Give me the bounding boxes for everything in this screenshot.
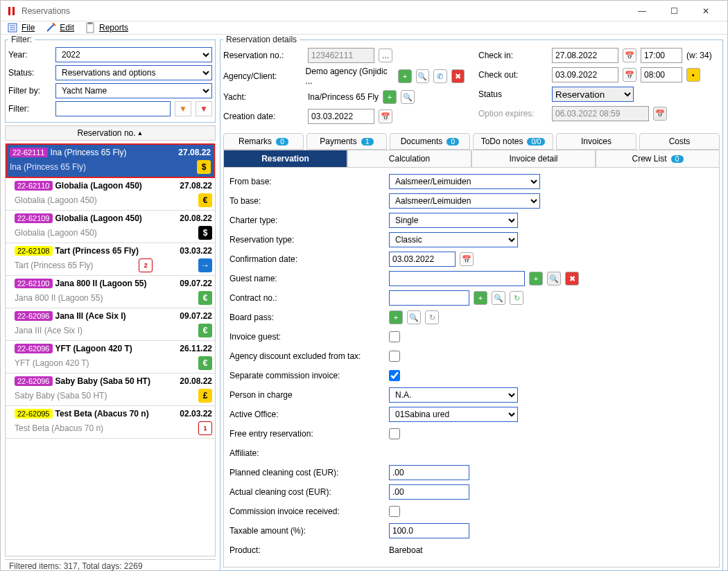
reservation-badge: 22-62111 [10,148,48,157]
tab-remarks[interactable]: Remarks0 [223,133,304,150]
list-item[interactable]: 22-62110Globalia (Lagoon 450)27.08.22Glo… [6,178,215,211]
checkout-calendar-icon[interactable]: 📅 [623,68,636,82]
guest-remove-icon[interactable]: ✖ [565,272,579,286]
checkout-note-icon[interactable]: ▪ [686,68,700,82]
tab-calculation[interactable]: Calculation [347,150,471,168]
menu-edit[interactable]: Edit [44,21,74,34]
agency-remove-icon[interactable]: ✖ [451,69,465,83]
board-label: Board pass: [229,313,385,322]
list-item[interactable]: 22-62096YFT (Lagoon 420 T)26.11.22YFT (L… [6,341,215,374]
contract-label: Contract no.: [229,293,385,303]
minimize-button[interactable]: — [626,1,658,21]
reservation-date: 02.03.22 [180,409,212,419]
list-item[interactable]: 22-62096Jana III (Ace Six I)09.07.22Jana… [6,308,215,341]
creation-label: Creation date: [223,112,304,121]
rstatus-select[interactable]: Reservation [552,87,634,102]
maximize-button[interactable]: ☐ [658,1,690,21]
yacht-add-icon[interactable]: + [383,90,397,104]
status-select[interactable]: Reservations and options [55,65,212,80]
reservation-badge: 22-62095 [15,409,53,419]
planned-label: Planned cleaning cost (EUR): [229,468,385,477]
list-item[interactable]: 22-62095Test Beta (Abacus 70 n)02.03.22T… [6,406,215,439]
euro-icon: € [198,324,212,337]
confirm-field[interactable] [389,252,456,267]
commrecv-checkbox[interactable] [389,506,400,517]
tab-invoices[interactable]: Invoices [556,133,636,150]
filter-clear-icon[interactable]: ▼ [196,101,212,116]
yacht-search-icon[interactable]: 🔍 [401,90,415,104]
filter-input[interactable] [55,101,171,116]
list-item[interactable]: 22-62109Globalia (Lagoon 450)20.08.22Glo… [6,211,215,243]
agency-search-icon[interactable]: 🔍 [416,69,429,83]
tab-crew-list[interactable]: Crew List0 [596,150,720,168]
list-item[interactable]: 22-62111Ina (Princess 65 Fly)27.08.22Ina… [6,143,215,178]
list-header[interactable]: Reservation no. ▲ [5,125,216,141]
reservation-name: Jana 800 II (Lagoon 55) [55,279,147,288]
close-window-button[interactable]: ✕ [690,1,722,21]
person-select[interactable]: N.A. [389,387,518,403]
sepcomm-label: Separate commission invoice: [229,371,385,380]
checkin-date-field[interactable] [552,48,618,63]
reservation-badge: 22-62110 [15,181,53,191]
tab-documents[interactable]: Documents0 [390,133,470,150]
charter-select[interactable]: Single [389,213,518,228]
reservation-date: 27.08.22 [178,148,211,157]
contract-refresh-icon[interactable]: ↻ [510,291,523,305]
confirm-calendar-icon[interactable]: 📅 [460,252,474,266]
product-value: Bareboat [389,545,423,555]
filter-apply-icon[interactable]: ▼ [175,101,191,116]
guest-search-icon: 🔍 [547,272,561,286]
checkout-date-field[interactable] [552,67,618,82]
contract-field[interactable] [389,290,469,306]
tab-invoice-detail[interactable]: Invoice detail [471,150,596,168]
agency-phone-icon[interactable]: ✆ [433,69,447,83]
titlebar: Reservations — ☐ ✕ [1,1,727,21]
office-select[interactable]: 01Sabina ured [389,407,518,422]
free-checkbox[interactable] [389,428,400,439]
invguest-checkbox[interactable] [389,331,400,342]
year-label: Year: [8,50,51,60]
rtype-select[interactable]: Classic [389,232,518,247]
sepcomm-checkbox[interactable] [389,370,400,381]
agdisc-checkbox[interactable] [389,351,400,362]
tab-payments[interactable]: Payments1 [306,133,387,150]
actual-field[interactable] [389,484,469,500]
edit-icon [44,21,57,34]
list-item[interactable]: 22-62100Jana 800 II (Lagoon 55)09.07.22J… [6,276,215,308]
checkout-time-field[interactable] [641,67,682,82]
frombase-select[interactable]: Aalsmeer/Leimuiden [389,174,540,189]
resno-lookup-icon[interactable]: … [379,49,392,62]
resno-label: Reservation no.: [223,51,304,60]
list-item[interactable]: 22-62108Tart (Princess 65 Fly)03.03.22Ta… [6,243,215,276]
checkin-time-field[interactable] [641,48,682,63]
year-select[interactable]: 2022 [55,47,212,62]
guest-field[interactable] [389,271,525,286]
menubar: File Edit Reports [1,21,727,35]
tab-costs[interactable]: Costs [639,133,720,150]
taxable-field[interactable] [389,523,469,538]
agency-add-icon[interactable]: + [398,69,411,83]
creation-field[interactable] [308,109,374,124]
contract-search-icon[interactable]: 🔍 [492,291,505,305]
menu-reports[interactable]: Reports [84,21,128,34]
list-item[interactable]: 22-62096Saby Baby (Saba 50 HT)20.08.22Sa… [6,374,215,406]
tobase-select[interactable]: Aalsmeer/Leimuiden [389,193,540,209]
tab-todo[interactable]: ToDo notes0/0 [473,133,553,150]
reservation-yacht: Jana 800 II (Lagoon 55) [15,293,103,303]
window-title: Reservations [21,6,626,16]
guest-add-icon[interactable]: + [529,272,543,286]
creation-calendar-icon[interactable]: 📅 [379,109,392,123]
reservation-list[interactable]: 22-62111Ina (Princess 65 Fly)27.08.22Ina… [5,143,216,556]
filterby-select[interactable]: Yacht Name [55,83,212,98]
filterby-label: Filter by: [8,86,51,96]
contract-add-icon[interactable]: + [474,291,487,305]
checkin-calendar-icon[interactable]: 📅 [623,49,636,62]
planned-field[interactable] [389,465,469,480]
board-refresh-icon[interactable]: ↻ [425,310,439,324]
board-add-icon[interactable]: + [389,310,403,324]
reservation-badge: 22-62096 [15,311,53,321]
reservation-yacht: Ina (Princess 65 Fly) [10,162,86,172]
tab-reservation[interactable]: Reservation [223,150,347,168]
board-search-icon[interactable]: 🔍 [407,310,421,324]
menu-file[interactable]: File [6,21,35,34]
